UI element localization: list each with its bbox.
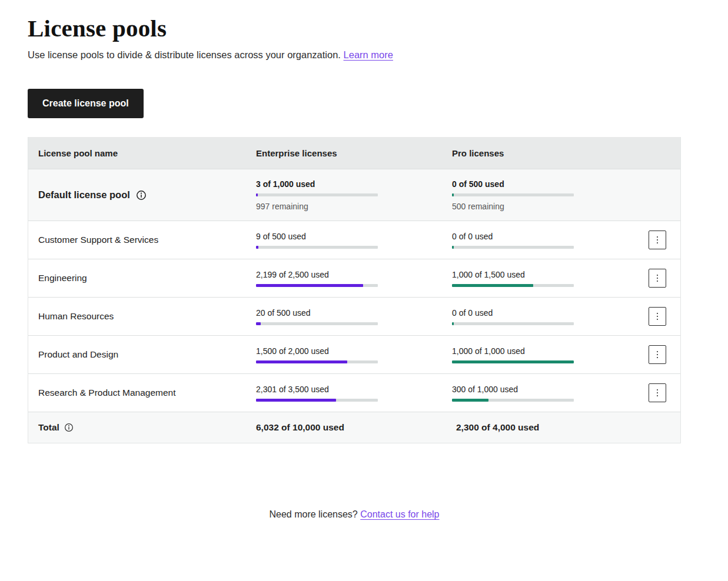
kebab-dot [657,319,659,320]
pro-remaining-text: 500 remaining [452,202,680,211]
pro-progress-fill [452,322,454,325]
enterprise-usage-text: 2,199 of 2,500 used [256,270,452,279]
create-license-pool-button[interactable]: Create license pool [28,89,144,118]
total-pro-text: 2,300 of 4,000 used [452,422,680,433]
kebab-dot [657,316,659,318]
pro-usage-text: 0 of 0 used [452,232,680,241]
pro-progress-fill [452,246,454,249]
enterprise-progress-fill [256,246,258,249]
kebab-menu-button[interactable] [649,345,666,364]
total-enterprise-text: 6,032 of 10,000 used [256,422,452,433]
kebab-dot [657,236,659,238]
pro-progress-bar [452,399,574,402]
column-header-pool-name: License pool name [28,148,256,158]
pro-progress-bar [452,193,574,196]
enterprise-progress-fill [256,360,347,363]
enterprise-remaining-text: 997 remaining [256,202,452,211]
table-row: Customer Support & Services 9 of 500 use… [28,221,680,259]
pro-usage-text: 1,000 of 1,500 used [452,270,680,279]
kebab-dot [657,351,659,353]
column-header-enterprise: Enterprise licenses [256,148,452,158]
kebab-dot [657,313,659,315]
pro-usage-text: 1,000 of 1,000 used [452,346,680,356]
enterprise-progress-bar [256,360,378,363]
kebab-dot [657,389,659,391]
kebab-menu-button[interactable] [649,269,666,288]
pool-name: Product and Design [38,349,118,360]
pool-name: Research & Product Management [38,388,175,398]
kebab-dot [657,357,659,359]
subtitle-text: Use license pools to divide & distribute… [28,49,341,60]
contact-us-link[interactable]: Contact us for help [360,509,439,519]
column-header-pro: Pro licenses [452,148,680,158]
table-row: Human Resources 20 of 500 used 0 of 0 us… [28,297,680,335]
pool-name: Engineering [38,273,87,283]
kebab-menu-button[interactable] [649,231,666,249]
license-pools-page: License pools Use license pools to divid… [0,0,728,520]
enterprise-usage-text: 9 of 500 used [256,232,452,241]
enterprise-progress-fill [256,322,261,325]
enterprise-progress-bar [256,322,378,325]
kebab-dot [657,395,659,397]
page-subtitle: Use license pools to divide & distribute… [28,49,728,61]
pro-progress-bar [452,360,574,363]
kebab-dot [657,281,659,282]
enterprise-progress-fill [256,284,363,287]
pro-progress-fill [452,360,574,363]
kebab-dot [657,275,659,276]
pool-name: Customer Support & Services [38,235,158,245]
kebab-menu-button[interactable] [649,383,666,402]
enterprise-usage-text: 20 of 500 used [256,308,452,318]
pro-progress-fill [452,399,488,402]
pro-progress-bar [452,246,574,249]
table-row: Product and Design 1,500 of 2,000 used 1… [28,335,680,373]
enterprise-usage-text: 1,500 of 2,000 used [256,346,452,356]
kebab-dot [657,392,659,394]
info-icon[interactable] [64,423,74,432]
license-pools-table: License pool name Enterprise licenses Pr… [28,137,681,443]
pro-progress-fill [452,284,533,287]
kebab-dot [657,354,659,356]
pro-progress-fill [452,193,454,196]
table-row-default-pool: Default license pool 3 of 1,000 used 997… [28,169,680,221]
page-title: License pools [28,15,728,42]
enterprise-progress-bar [256,193,378,196]
pro-progress-bar [452,284,574,287]
enterprise-progress-fill [256,399,336,402]
enterprise-progress-bar [256,284,378,287]
table-row: Research & Product Management 2,301 of 3… [28,373,680,412]
kebab-dot [657,239,659,241]
info-icon[interactable] [136,190,147,201]
pro-progress-bar [452,322,574,325]
total-label: Total [38,422,59,433]
enterprise-usage-text: 3 of 1,000 used [256,179,452,189]
table-row: Engineering 2,199 of 2,500 used 1,000 of… [28,259,680,297]
footer-help: Need more licenses? Contact us for help [28,509,681,520]
pool-name: Human Resources [38,311,114,322]
pool-name: Default license pool [38,189,130,201]
enterprise-progress-bar [256,246,378,249]
footer-text: Need more licenses? [269,509,357,519]
learn-more-link[interactable]: Learn more [344,49,393,60]
enterprise-progress-fill [256,193,258,196]
kebab-dot [657,242,659,244]
kebab-dot [657,278,659,279]
enterprise-usage-text: 2,301 of 3,500 used [256,385,452,394]
pro-usage-text: 0 of 500 used [452,179,680,189]
pro-usage-text: 0 of 0 used [452,308,680,318]
pro-usage-text: 300 of 1,000 used [452,385,680,394]
kebab-menu-button[interactable] [649,307,666,326]
enterprise-progress-bar [256,399,378,402]
table-header-row: License pool name Enterprise licenses Pr… [28,137,680,169]
table-row-total: Total 6,032 of 10,000 used 2,300 of 4,00… [28,412,680,443]
